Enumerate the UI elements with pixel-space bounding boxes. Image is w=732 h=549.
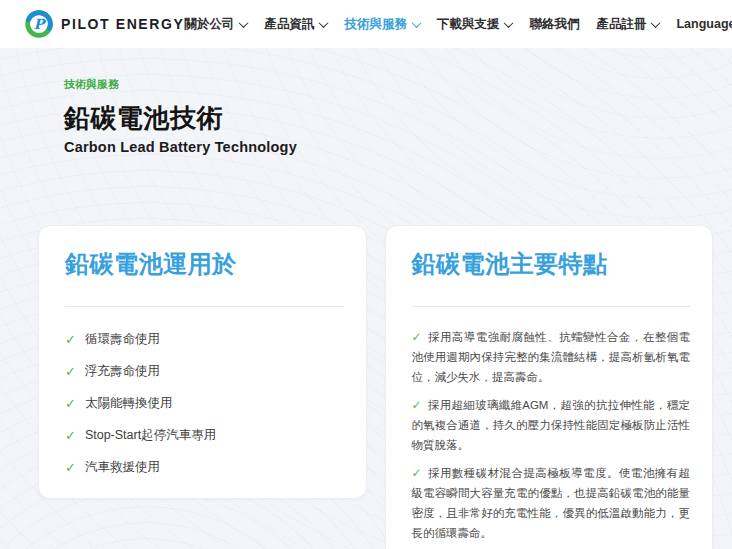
chevron-down-icon bbox=[411, 18, 421, 28]
chevron-down-icon bbox=[504, 18, 514, 28]
check-icon: ✓ bbox=[65, 429, 76, 442]
nav-item-downloads-support[interactable]: 下載與支援 bbox=[437, 16, 513, 33]
features-list: ✓採用高導電強耐腐蝕性、抗蠕變性合金，在整個電池使用週期內保持完整的集流體結構，… bbox=[412, 327, 691, 543]
nav-label: 關於公司 bbox=[184, 16, 234, 33]
feature-text: 採用數種碳材混合提高極板導電度。使電池擁有超級電容瞬間大容量充電的優點，也提高鉛… bbox=[412, 467, 691, 539]
nav-label: 下載與支援 bbox=[437, 16, 500, 33]
chevron-down-icon bbox=[239, 18, 249, 28]
check-icon: ✓ bbox=[412, 466, 422, 480]
card-title: 鉛碳電池主要特點 bbox=[412, 248, 691, 280]
check-icon: ✓ bbox=[65, 397, 76, 410]
card-features: 鉛碳電池主要特點 ✓採用高導電強耐腐蝕性、抗蠕變性合金，在整個電池使用週期內保持… bbox=[385, 225, 714, 549]
feature-paragraph: ✓採用高導電強耐腐蝕性、抗蠕變性合金，在整個電池使用週期內保持完整的集流體結構，… bbox=[412, 327, 691, 387]
page-title: 鉛碳電池技術 bbox=[64, 101, 668, 136]
check-icon: ✓ bbox=[65, 461, 76, 474]
feature-paragraph: ✓採用超細玻璃纖維AGM，超強的抗拉伸性能，穩定的氧複合通道，持久的壓力保持性能… bbox=[412, 395, 691, 455]
feature-text: 採用超細玻璃纖維AGM，超強的抗拉伸性能，穩定的氧複合通道，持久的壓力保持性能固… bbox=[412, 399, 691, 451]
list-item-label: Stop-Start起停汽車專用 bbox=[85, 427, 216, 444]
check-icon: ✓ bbox=[412, 330, 422, 344]
list-item-label: 汽車救援使用 bbox=[85, 459, 160, 476]
list-item: ✓ 汽車救援使用 bbox=[65, 459, 344, 476]
applications-list: ✓ 循環壽命使用 ✓ 浮充壽命使用 ✓ 太陽能轉換使用 ✓ Stop-Start… bbox=[65, 331, 344, 476]
nav-item-contact-us[interactable]: 聯絡我們 bbox=[529, 16, 579, 33]
list-item-label: 太陽能轉換使用 bbox=[85, 395, 173, 412]
top-navbar: P PILOT ENERGY 關於公司 產品資訊 技術與服務 下載與支援 聯絡我… bbox=[0, 0, 732, 48]
nav-item-language[interactable]: Language bbox=[676, 17, 732, 31]
cards-row: 鉛碳電池運用於 ✓ 循環壽命使用 ✓ 浮充壽命使用 ✓ 太陽能轉換使用 ✓ St… bbox=[0, 225, 732, 549]
card-applications: 鉛碳電池運用於 ✓ 循環壽命使用 ✓ 浮充壽命使用 ✓ 太陽能轉換使用 ✓ St… bbox=[38, 225, 367, 499]
nav-item-tech-services[interactable]: 技術與服務 bbox=[344, 16, 420, 33]
list-item-label: 浮充壽命使用 bbox=[85, 363, 160, 380]
hero-section: 技術與服務 鉛碳電池技術 Carbon Lead Battery Technol… bbox=[0, 48, 732, 155]
list-item-label: 循環壽命使用 bbox=[85, 331, 160, 348]
nav-label: Language bbox=[676, 17, 732, 31]
nav-label: 聯絡我們 bbox=[529, 16, 579, 33]
check-icon: ✓ bbox=[65, 365, 76, 378]
feature-paragraph: ✓採用數種碳材混合提高極板導電度。使電池擁有超級電容瞬間大容量充電的優點，也提高… bbox=[412, 463, 691, 543]
nav-item-product-registration[interactable]: 產品註冊 bbox=[596, 16, 659, 33]
feature-text: 採用高導電強耐腐蝕性、抗蠕變性合金，在整個電池使用週期內保持完整的集流體結構，提… bbox=[412, 331, 691, 383]
list-item: ✓ Stop-Start起停汽車專用 bbox=[65, 427, 344, 444]
card-title: 鉛碳電池運用於 bbox=[65, 248, 344, 280]
brand-name: PILOT ENERGY bbox=[61, 16, 184, 32]
nav-label: 技術與服務 bbox=[344, 16, 407, 33]
breadcrumb[interactable]: 技術與服務 bbox=[64, 77, 119, 92]
brand-logo[interactable]: P PILOT ENERGY bbox=[24, 9, 184, 39]
nav-label: 產品資訊 bbox=[264, 16, 314, 33]
chevron-down-icon bbox=[319, 18, 329, 28]
check-icon: ✓ bbox=[65, 333, 76, 346]
chevron-down-icon bbox=[651, 18, 661, 28]
page-subtitle: Carbon Lead Battery Technology bbox=[64, 139, 668, 155]
pilot-energy-logo-icon: P bbox=[24, 9, 54, 39]
list-item: ✓ 太陽能轉換使用 bbox=[65, 395, 344, 412]
divider bbox=[412, 306, 691, 307]
list-item: ✓ 浮充壽命使用 bbox=[65, 363, 344, 380]
nav-item-about-company[interactable]: 關於公司 bbox=[184, 16, 247, 33]
divider bbox=[65, 306, 344, 307]
nav-item-products[interactable]: 產品資訊 bbox=[264, 16, 327, 33]
page-content: 技術與服務 鉛碳電池技術 Carbon Lead Battery Technol… bbox=[0, 48, 732, 549]
nav-label: 產品註冊 bbox=[596, 16, 646, 33]
check-icon: ✓ bbox=[412, 398, 422, 412]
list-item: ✓ 循環壽命使用 bbox=[65, 331, 344, 348]
main-nav: 關於公司 產品資訊 技術與服務 下載與支援 聯絡我們 產品註冊 Language bbox=[184, 16, 732, 33]
